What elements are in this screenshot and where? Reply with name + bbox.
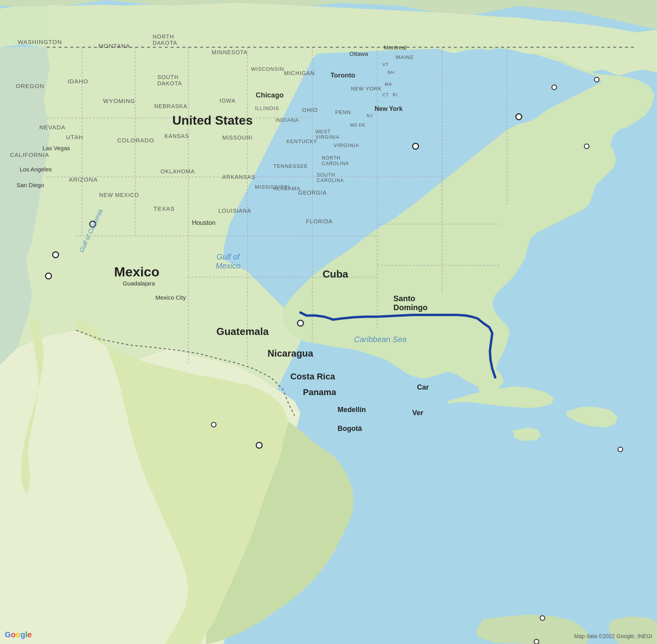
- svg-point-24: [552, 85, 557, 90]
- svg-point-25: [594, 77, 599, 82]
- svg-point-28: [256, 442, 262, 448]
- map-svg: [0, 0, 657, 644]
- google-logo: Google: [5, 630, 32, 639]
- map-container: WASHINGTON OREGON CALIFORNIA NEVADA UTAH…: [0, 0, 657, 644]
- svg-point-20: [90, 221, 96, 227]
- map-attribution: Map data ©2022 Google, INEGI: [574, 633, 652, 639]
- svg-point-26: [584, 144, 589, 149]
- svg-point-29: [618, 447, 623, 452]
- svg-point-31: [534, 639, 539, 644]
- svg-point-19: [297, 320, 303, 326]
- svg-point-21: [53, 252, 59, 258]
- svg-point-18: [413, 144, 419, 149]
- svg-point-30: [540, 616, 545, 620]
- svg-point-27: [211, 422, 216, 427]
- svg-point-22: [46, 273, 52, 279]
- svg-point-23: [516, 114, 522, 120]
